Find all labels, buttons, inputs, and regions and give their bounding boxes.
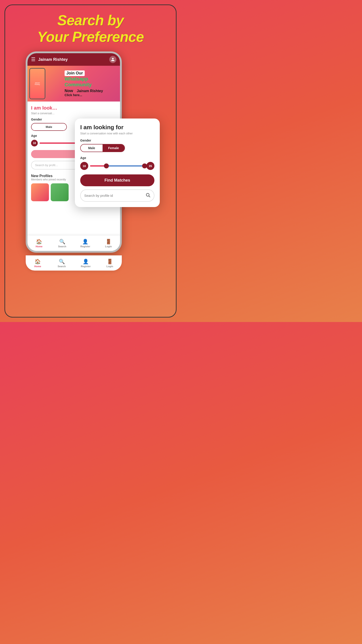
second-nav-home-icon: 🏠 (35, 259, 41, 264)
second-nav-search-icon: 🔍 (59, 259, 65, 264)
bg-nav-register-icon: 👤 (82, 239, 88, 245)
banner-whatsapp: Whatsapp (64, 76, 88, 82)
fc-search-icon (145, 192, 150, 198)
fc-age-row: 18 35 (80, 162, 154, 170)
phone-wrapper: ☰ Jainam Rishtey JainamRishtey (21, 52, 160, 270)
second-nav-login-label: Login (106, 265, 113, 268)
fc-slider-track (90, 165, 145, 166)
bg-nav-search[interactable]: 🔍 Search (51, 239, 74, 248)
second-nav-search-label: Search (58, 265, 66, 268)
app-header: ☰ Jainam Rishtey (27, 53, 120, 66)
bg-nav-login-label: Login (105, 245, 112, 248)
mini-phone: JainamRishtey (29, 68, 45, 99)
fc-slider-thumb-left[interactable] (104, 164, 109, 168)
fc-age-label: Age (80, 156, 154, 160)
fc-search-box[interactable] (80, 190, 154, 202)
mini-phone-screen: JainamRishtey (30, 69, 45, 98)
second-nav-login-icon: 🚪 (107, 259, 113, 264)
fc-gender-buttons: Male Female (80, 144, 125, 152)
second-nav-register-icon: 👤 (83, 259, 89, 264)
fc-title: I am looking for (80, 124, 154, 131)
headline-line2: Your Preference (37, 29, 144, 45)
bg-looking-sub: Start a conversati… (31, 112, 116, 115)
fc-gender-female-btn[interactable]: Female (103, 144, 124, 152)
bg-nav-home-label: Home (35, 245, 42, 248)
fc-slider-container[interactable] (90, 162, 145, 170)
fc-slider-blue (106, 165, 145, 166)
second-nav-home[interactable]: 🏠 Home (26, 259, 50, 268)
bg-gender-buttons: Male (31, 123, 67, 131)
bg-nav-home-icon: 🏠 (36, 239, 42, 245)
bg-looking-title: I am look… (31, 105, 116, 111)
banner-click: Click here... (64, 93, 103, 97)
headline: Search by Your Preference (30, 12, 150, 45)
user-avatar-icon[interactable] (109, 56, 116, 63)
banner-now: Now (64, 88, 73, 93)
fc-age-max-bubble: 35 (146, 162, 154, 170)
fc-slider-thumb-right[interactable] (142, 164, 147, 168)
headline-line1: Search by (57, 12, 124, 28)
bg-nav-login-icon: 🚪 (105, 239, 111, 245)
bg-nav-search-label: Search (58, 245, 66, 248)
second-nav-register[interactable]: 👤 Register (74, 259, 98, 268)
outer-card: Search by Your Preference ☰ Jainam Risht… (4, 4, 177, 318)
bg-age-min: 18 (31, 140, 38, 146)
banner-join: Join Our (64, 70, 85, 76)
profile-thumb-2[interactable] (51, 183, 69, 201)
fc-search-input[interactable] (84, 194, 143, 198)
banner-area: JainamRishtey Join Our Whatsapp Communit… (27, 66, 120, 102)
fc-gender-label: Gender (80, 139, 154, 142)
second-nav-login[interactable]: 🚪 Login (98, 259, 122, 268)
second-bottom-nav: 🏠 Home 🔍 Search 👤 Register 🚪 Login (26, 255, 122, 270)
svg-line-1 (149, 196, 150, 197)
fc-age-min-bubble: 18 (80, 162, 88, 170)
bg-nav-home[interactable]: 🏠 Home (27, 239, 51, 248)
hamburger-icon[interactable]: ☰ (31, 56, 35, 62)
bg-gender-male[interactable]: Male (31, 124, 66, 130)
second-nav-home-label: Home (34, 265, 41, 268)
second-nav-search[interactable]: 🔍 Search (50, 259, 74, 268)
bg-nav-register-label: Register (80, 245, 90, 248)
app-title-label: Jainam Rishtey (38, 57, 109, 62)
bg-search-text: Search by profil… (35, 164, 58, 167)
floating-card: I am looking for Start a conversation no… (75, 118, 160, 207)
bg-nav-login[interactable]: 🚪 Login (97, 239, 120, 248)
bg-nav-register[interactable]: 👤 Register (74, 239, 97, 248)
banner-community: Community (64, 82, 92, 88)
profile-thumb-1[interactable] (31, 183, 49, 201)
second-nav-register-label: Register (81, 265, 91, 268)
bg-nav-search-icon: 🔍 (59, 239, 65, 245)
fc-gender-male-btn[interactable]: Male (81, 144, 103, 152)
fc-find-matches-btn[interactable]: Find Matches (80, 174, 154, 186)
banner-jainam: Jainam Rishtey (77, 89, 103, 93)
bg-bottom-nav: 🏠 Home 🔍 Search 👤 Register 🚪 Login (27, 235, 120, 251)
fc-subtitle: Start a conversation now with each other (80, 132, 154, 135)
